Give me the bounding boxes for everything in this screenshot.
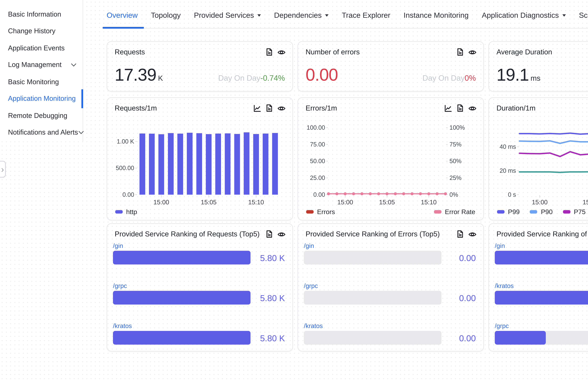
ranking-bar-fill: [113, 331, 251, 345]
tab-label: Overview: [107, 11, 138, 19]
svg-text:15:00: 15:00: [532, 199, 547, 206]
legend-item-p90[interactable]: P90: [530, 209, 553, 215]
ranking-bar-fill: [113, 251, 251, 265]
ranking-bar-track: [113, 291, 251, 304]
svg-text:15:00: 15:00: [153, 199, 169, 206]
ranking-bar-track: [495, 291, 588, 304]
sidebar-item-basic-monitoring[interactable]: Basic Monitoring: [0, 73, 83, 90]
sidebar-item-remote-debugging[interactable]: Remote Debugging: [0, 107, 83, 124]
sidebar-item-application-events[interactable]: Application Events: [0, 39, 83, 56]
service-link-grpc[interactable]: /grpc: [495, 322, 509, 329]
ranking-bar-track: [113, 331, 251, 345]
chevron-right-icon: [1, 164, 4, 174]
legend-item-p99[interactable]: P99: [497, 209, 520, 215]
chart-card-duration-1m: Duration/1m 0 s20 ms40 ms15:0015:0515:10…: [488, 97, 588, 220]
svg-text:500.00: 500.00: [116, 165, 134, 171]
ranking-item: /kratos 5.80 K: [113, 320, 285, 345]
ranking-bar-fill: [113, 291, 251, 304]
service-link-gin[interactable]: /gin: [495, 242, 505, 249]
tab-trace-explorer[interactable]: Trace Explorer: [342, 7, 390, 28]
service-link-gin[interactable]: /gin: [113, 242, 123, 249]
eye-icon[interactable]: [468, 230, 476, 238]
svg-text:50%: 50%: [449, 158, 462, 164]
tab-label: Topology: [151, 11, 181, 19]
sidebar-collapse-handle[interactable]: [0, 161, 6, 177]
eye-icon[interactable]: [468, 48, 476, 56]
legend-item-p75[interactable]: P75: [563, 209, 586, 215]
svg-text:75.00: 75.00: [310, 141, 325, 148]
tab-label: Instance Monitoring: [404, 11, 469, 19]
eye-icon[interactable]: [277, 48, 286, 56]
tab-label: Trace Explorer: [342, 11, 390, 19]
ranking-value: 5.80 K: [251, 293, 285, 303]
service-link-kratos[interactable]: /kratos: [304, 322, 323, 329]
svg-text:0.00: 0.00: [123, 191, 134, 198]
sidebar-item-log-management[interactable]: Log Management: [0, 56, 83, 73]
ranking-value: 0.00: [441, 253, 476, 263]
ranking-item: /kratos 23.4 ms: [495, 280, 588, 304]
sidebar-item-label: Notifications and Alerts: [8, 128, 78, 136]
svg-text:15:05: 15:05: [583, 199, 588, 206]
service-link-kratos[interactable]: /kratos: [113, 322, 132, 329]
tab-instance-monitoring[interactable]: Instance Monitoring: [404, 7, 469, 28]
stat-unit: K: [158, 74, 163, 82]
tab-dependencies[interactable]: Dependencies: [274, 7, 329, 28]
ranking-value: 5.80 K: [251, 333, 285, 343]
svg-text:50.00: 50.00: [310, 158, 325, 164]
svg-text:25%: 25%: [449, 174, 462, 181]
ranking-item: /gin 24.8 ms: [495, 240, 588, 265]
svg-text:0 s: 0 s: [508, 191, 516, 198]
chevron-down-icon: [78, 130, 84, 134]
chart-legend: P99P90P75Duration: [497, 209, 588, 215]
card-title: Average Duration: [497, 48, 588, 56]
tab-provided-services[interactable]: Provided Services: [194, 7, 261, 28]
svg-text:15:10: 15:10: [248, 199, 264, 206]
stat-value: 17.39: [115, 65, 156, 85]
sidebar: Basic InformationChange HistoryApplicati…: [0, 0, 83, 141]
ranking-bar-track: [304, 251, 441, 265]
card-title: Provided Service Ranking of Errors (Top5…: [306, 230, 456, 238]
svg-text:15:00: 15:00: [337, 199, 353, 206]
sidebar-item-change-history[interactable]: Change History: [0, 23, 83, 39]
sidebar-item-notifications-and-alerts[interactable]: Notifications and Alerts: [0, 124, 83, 141]
ranking-value: 0.00: [441, 333, 476, 343]
sidebar-item-basic-information[interactable]: Basic Information: [0, 6, 83, 23]
tab-scenario-based-analysis[interactable]: Scenario-based Analysis: [579, 7, 588, 28]
duration-line-chart: 0 s20 ms40 ms15:0015:0515:10: [492, 111, 588, 211]
svg-text:40 ms: 40 ms: [500, 143, 516, 150]
card-title: Requests: [115, 48, 265, 56]
sidebar-item-label: Change History: [8, 27, 55, 35]
svg-text:100%: 100%: [449, 124, 465, 131]
sidebar-item-application-monitoring[interactable]: Application Monitoring: [0, 90, 83, 107]
eye-icon[interactable]: [277, 230, 286, 238]
svg-text:15:05: 15:05: [201, 199, 216, 206]
document-icon[interactable]: [265, 230, 273, 238]
stat-unit: ms: [530, 74, 541, 82]
sidebar-item-label: Basic Monitoring: [8, 78, 59, 86]
legend-item-error-rate[interactable]: Error Rate: [434, 209, 475, 215]
ranking-bar-track: [304, 331, 441, 345]
document-icon[interactable]: [456, 230, 464, 238]
service-link-kratos[interactable]: /kratos: [495, 282, 514, 289]
document-icon[interactable]: [456, 48, 464, 56]
service-link-grpc[interactable]: /grpc: [113, 282, 127, 289]
tab-application-diagnostics[interactable]: Application Diagnostics: [482, 7, 566, 28]
sidebar-item-label: Basic Information: [8, 10, 61, 18]
requests-bar-chart: 0.00500.001.00 K15:0015:0515:10: [110, 111, 288, 211]
ranking-item: /gin 5.80 K: [113, 240, 285, 265]
ranking-bar-fill: [495, 251, 588, 265]
tab-topology[interactable]: Topology: [151, 7, 181, 28]
service-link-grpc[interactable]: /grpc: [304, 282, 318, 289]
document-icon[interactable]: [265, 48, 273, 56]
errors-line-chart: 0.0025.0050.0075.00100.000%25%50%75%100%…: [301, 111, 479, 211]
tab-overview[interactable]: Overview: [107, 7, 138, 28]
legend-item-http[interactable]: http: [115, 209, 137, 215]
stat-card-errors: Number of errors 0.00 Day On Day0%: [297, 41, 484, 92]
ranking-item: /gin 0.00: [304, 240, 476, 265]
legend-item-errors[interactable]: Errors: [306, 209, 335, 215]
stat-compare: Day On Day0%: [422, 74, 476, 82]
svg-text:25.00: 25.00: [310, 174, 325, 181]
card-title: Provided Service Ranking of Requests (To…: [115, 230, 265, 238]
chevron-down-icon: [257, 14, 261, 18]
service-link-gin[interactable]: /gin: [304, 242, 314, 249]
